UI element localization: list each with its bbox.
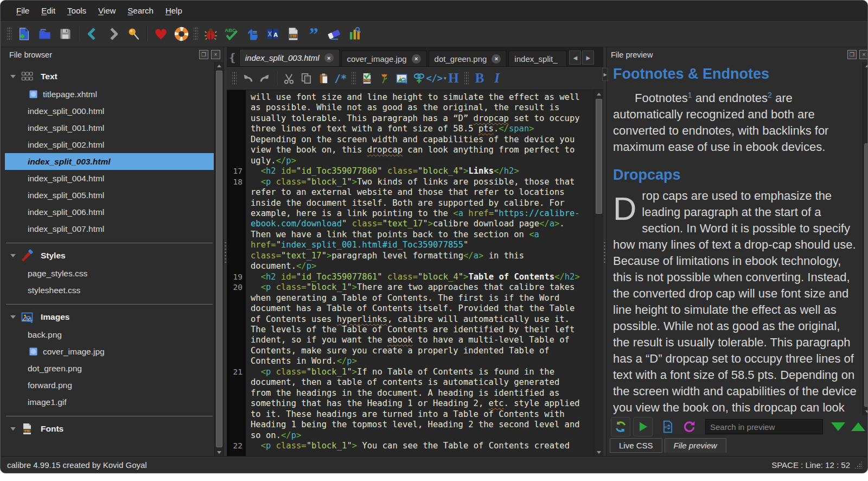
preview-tab-live-css[interactable]: Live CSS	[610, 438, 662, 453]
reload-icon[interactable]	[680, 417, 698, 436]
file-item-index_split_002-html[interactable]: index_split_002.html	[5, 136, 214, 153]
code-line[interactable]: The levels of the Table of Contents are …	[227, 325, 594, 335]
file-item-cover_image-jpg[interactable]: cover_image.jpg	[5, 343, 214, 360]
file-item-index_split_006-html[interactable]: index_split_006.html	[5, 204, 214, 220]
back-icon[interactable]	[82, 23, 103, 44]
code-line[interactable]: something that has the Heading 1 or Head…	[227, 398, 594, 409]
panel-close-icon[interactable]: ×	[211, 50, 220, 59]
italic-icon[interactable]: I	[488, 69, 506, 87]
file-item-index_split_003-html[interactable]: index_split_003.html	[5, 153, 214, 170]
preview-scrollbar[interactable]	[863, 62, 868, 415]
tab-close-icon[interactable]: ×	[492, 54, 501, 64]
spellcheck-icon[interactable]: ABC	[221, 23, 241, 44]
file-item-index_split_004-html[interactable]: index_split_004.html	[5, 170, 214, 187]
drag-handle[interactable]	[352, 71, 356, 85]
code-line[interactable]: three lines of text with a font size of …	[227, 124, 594, 134]
find-next-icon[interactable]	[831, 422, 845, 431]
scroll-up-icon[interactable]	[215, 62, 224, 69]
file-item-forward-png[interactable]: forward.png	[5, 377, 214, 394]
editor-scrollbar[interactable]	[594, 90, 603, 456]
code-line[interactable]: indent, so if you want the ebook to have…	[227, 335, 594, 345]
file-item-image1-gif[interactable]: image1.gif	[5, 394, 214, 410]
find-previous-icon[interactable]	[851, 422, 865, 431]
drag-handle[interactable]	[464, 71, 469, 85]
code-line[interactable]: example, here is a link pointing to the …	[227, 208, 594, 219]
menu-help[interactable]: Help	[159, 6, 188, 15]
code-line[interactable]: of Contents uses hyperlinks, calibre wil…	[227, 314, 594, 325]
menu-tools[interactable]: Tools	[61, 6, 92, 15]
redo-icon[interactable]	[256, 69, 273, 87]
arrange-translate-icon[interactable]: A	[262, 23, 283, 44]
tabs-scroll-left-icon[interactable]: ◀	[569, 50, 581, 65]
panel-float-icon[interactable]: ❐	[847, 50, 857, 59]
auto-refresh-play-icon[interactable]	[633, 417, 653, 436]
splitter-right[interactable]: ▶	[603, 47, 606, 456]
file-item-page_styles-css[interactable]: page_styles.css	[5, 265, 214, 282]
collapse-triangle-icon[interactable]	[10, 254, 16, 257]
tab-close-icon[interactable]: ×	[412, 54, 421, 64]
help-lifebuoy-icon[interactable]	[171, 23, 192, 44]
menu-search[interactable]: Search	[122, 6, 159, 15]
code-editor[interactable]: will use font size and line height to si…	[227, 90, 603, 456]
remove-unused-css-eraser-icon[interactable]	[324, 23, 344, 44]
section-fonts[interactable]: TTFFonts	[5, 420, 214, 438]
tab-dot_green-png[interactable]: dot_green.png×	[429, 50, 507, 66]
preview-tab-file-preview[interactable]: File preview	[665, 438, 726, 453]
code-line[interactable]: to it. These headings are turned into a …	[227, 409, 594, 420]
code-line[interactable]: usually tolerable. This paragraph has a …	[227, 113, 594, 124]
code-lines[interactable]: will use font size and line height to si…	[227, 90, 594, 456]
bold-icon[interactable]: B	[471, 69, 488, 87]
file-item-index_split_001-html[interactable]: index_split_001.html	[5, 119, 214, 136]
code-line[interactable]: document.</p>	[227, 261, 594, 271]
code-line[interactable]: refer to an external website and those t…	[227, 187, 594, 198]
code-line[interactable]: ugly.</p>	[227, 156, 594, 166]
code-line[interactable]: ebook.com/download" class="text_17">cali…	[227, 219, 594, 229]
code-line[interactable]: 17 <h2 id="id_Toc359077860" class="block…	[227, 166, 594, 176]
reports-chart-icon[interactable]	[344, 23, 365, 44]
undo-icon[interactable]	[239, 69, 256, 87]
drag-handle[interactable]	[7, 27, 11, 41]
new-file-icon[interactable]	[14, 23, 34, 44]
code-line[interactable]: so on.</p>	[227, 431, 594, 441]
insert-hyperlink-icon[interactable]	[410, 69, 427, 87]
file-item-dot_green-png[interactable]: dot_green.png	[5, 360, 214, 377]
code-line[interactable]: Heading 1 being the topmost level, Headi…	[227, 420, 594, 430]
file-item-index_split_007-html[interactable]: index_split_007.html	[5, 220, 214, 237]
tab-close-icon[interactable]: ×	[324, 53, 334, 62]
code-line[interactable]: from the headings in the document. A hea…	[227, 388, 594, 398]
fix-html-hand-icon[interactable]	[241, 23, 262, 44]
scroll-down-icon[interactable]	[215, 448, 224, 456]
code-line[interactable]: inside the document itself. Both are sup…	[227, 198, 594, 208]
refresh-preview-icon[interactable]	[611, 417, 630, 436]
scroll-up-icon[interactable]	[595, 90, 603, 98]
scroll-down-icon[interactable]	[863, 408, 868, 415]
drag-handle[interactable]	[194, 27, 198, 41]
code-line[interactable]: as possible. While not as good as the or…	[227, 103, 594, 113]
donate-heart-icon[interactable]	[150, 23, 171, 44]
save-icon[interactable]	[55, 23, 75, 44]
code-line[interactable]: when generating a Table of Contents. The…	[227, 293, 594, 303]
pin-icon[interactable]	[123, 23, 144, 44]
copy-icon[interactable]	[297, 69, 315, 87]
code-line[interactable]: Then we have a link that points back to …	[227, 230, 594, 240]
code-line[interactable]: document has a Table of Contents itself.…	[227, 303, 594, 314]
menu-view[interactable]: View	[92, 6, 122, 15]
scrollbar-thumb[interactable]	[864, 143, 868, 407]
file-browser-scrollbar[interactable]	[214, 62, 224, 456]
scroll-down-icon[interactable]	[595, 448, 603, 456]
paste-icon[interactable]	[315, 69, 332, 87]
code-line[interactable]: 19 <h2 id="id_Toc359077861" class="block…	[227, 272, 594, 282]
section-text[interactable]: Text	[5, 67, 214, 86]
comment-icon[interactable]: /*	[332, 69, 349, 87]
code-line[interactable]: document, then a table of contents is au…	[227, 377, 594, 388]
collapse-triangle-icon[interactable]	[10, 315, 16, 319]
footnote-superscript[interactable]: 2	[768, 91, 772, 99]
tabs-scroll-right-icon[interactable]: ▶	[582, 50, 594, 65]
scroll-up-icon[interactable]	[863, 62, 868, 69]
file-item-back-png[interactable]: back.png	[5, 326, 214, 343]
collapse-triangle-icon[interactable]	[10, 75, 16, 78]
drag-handle[interactable]	[232, 71, 237, 85]
scrollbar-thumb[interactable]	[596, 99, 602, 214]
panel-float-icon[interactable]: ❐	[199, 50, 208, 59]
code-line[interactable]: view the book on, this dropcap can look …	[227, 145, 594, 155]
